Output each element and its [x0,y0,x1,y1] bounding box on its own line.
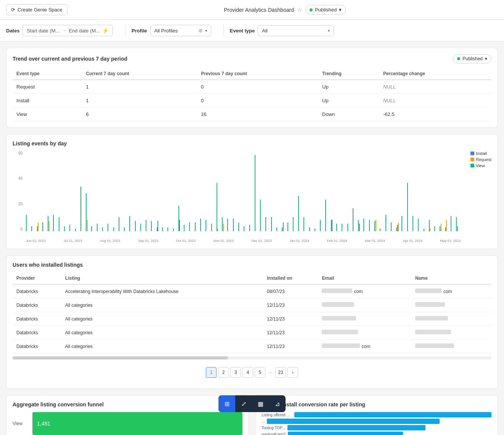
bar-group [429,220,434,231]
page-button-2[interactable]: 2 [218,367,229,378]
page-button-1[interactable]: 1 [206,367,217,378]
bar-group [86,193,91,231]
bar-view [265,217,266,231]
conversion-chart: Listing offered by... ... Tooling TOP...… [262,412,491,435]
bar-request [441,224,441,231]
bar-group [75,229,80,231]
bar-view [401,216,402,231]
dates-input[interactable]: Start date (M... → End date (M... ⚡ [22,25,113,36]
profile-select[interactable]: All Profiles ⊗ ▾ [150,25,211,36]
page-button-23[interactable]: 23 [275,367,286,378]
star-icon[interactable]: ☆ [297,6,302,13]
page-button-3[interactable]: 3 [230,367,241,378]
conversion-header: View to install conversion rate per list… [262,401,491,408]
users-title: Users who installed listings [13,262,83,268]
name-cell [411,312,491,326]
create-genie-space-button[interactable]: ⟳ Create Genie Space [6,4,67,15]
provider-cell: Databricks [13,298,61,312]
col-current-7d: Current 7 day count [82,68,197,80]
bar-view [53,215,54,231]
previous-count-cell: 0 [197,80,318,94]
bar-group [80,187,85,231]
x-label: Aug 01, 2023 [100,239,120,243]
bar-group [413,216,417,231]
event-type-label: Event type [230,28,255,34]
published-status-dot [310,8,313,11]
bar-request [430,229,430,231]
pct-change-cell: NULL [379,94,491,108]
legend-color [470,158,474,161]
bar-view [255,155,255,231]
pagination-ellipsis: ··· [267,370,274,375]
profile-value: All Profiles [154,28,178,34]
installed-on-cell: 12/11/23 [263,298,318,312]
page-button-4[interactable]: 4 [242,367,253,378]
dates-label: Dates [6,28,19,34]
bar-view [413,216,413,231]
bar-group [189,222,194,231]
bar-group [424,229,429,231]
bar-group [303,217,308,231]
bar-group [69,225,74,231]
bar-view [217,183,217,231]
conversion-bar [288,432,403,435]
bar-view [189,222,190,231]
legend-item: View [470,163,491,168]
col-trending: Trending [318,68,379,80]
bar-group [255,155,260,231]
conversion-bar-row: ... [262,419,491,424]
funnel-btn[interactable]: ⊿ [269,395,286,412]
pagination-next-button[interactable]: › [287,367,298,378]
bar-view [293,217,294,231]
table-row: Databricks All categories 12/11/23 com [13,340,491,353]
bar-group [119,217,124,231]
previous-count-cell: 16 [197,108,318,121]
trend-title: Trend over current and previous 7 day pe… [13,56,127,62]
trend-published-badge[interactable]: Published ▾ [453,54,491,63]
bar-request [223,224,224,231]
legend-label: Request [476,157,491,162]
bar-view [271,217,272,231]
bar-group [320,220,325,231]
published-badge[interactable]: Published ▾ [305,5,346,14]
bar-group [418,219,423,231]
filter-btn[interactable]: ⊞ [218,395,235,412]
funnel-value: 1,481 [37,420,50,427]
bar-group [178,206,183,231]
listing-cell: All categories [61,312,263,326]
bar-view [434,226,435,231]
x-label: Dec 01, 2023 [251,239,272,243]
bar-view [244,226,244,231]
bar-group [91,226,96,231]
conversion-bar-row: Listing offered by... [262,412,491,417]
page-button-5[interactable]: 5 [255,367,265,378]
users-table-scroll[interactable]: Provider Listing Installed on Email Name… [13,272,491,353]
bar-group [385,215,390,231]
bar-view [146,220,146,231]
provider-cell: Databricks [13,340,61,353]
bar-install [332,220,332,231]
trend-published-dot [457,57,460,60]
bar-view [135,221,136,231]
bar-group [287,222,292,231]
chart-btn[interactable]: ⤢ [235,395,252,412]
bar-group [325,200,330,231]
installed-on-cell: 12/11/23 [263,312,318,326]
dates-start: Start date (M... [27,28,59,34]
bar-group [244,226,249,231]
col-installed-on: Installed on [263,272,318,284]
bar-view [184,225,185,231]
horizontal-scrollbar[interactable] [13,356,491,359]
arrow-icon: → [62,28,66,33]
trending-cell: Up [318,80,379,94]
bar-group [26,215,31,231]
table-btn[interactable]: ▦ [252,395,269,412]
clear-profile-icon[interactable]: ⊗ [198,27,203,34]
table-row: Databricks Accelerating Interoperability… [13,284,491,298]
bar-view [167,227,168,231]
trend-table: Event type Current 7 day count Previous … [13,68,491,121]
published-label: Published [315,7,337,13]
bar-group [124,227,129,231]
bar-group [315,229,319,231]
event-type-select[interactable]: All ▾ [258,25,334,36]
